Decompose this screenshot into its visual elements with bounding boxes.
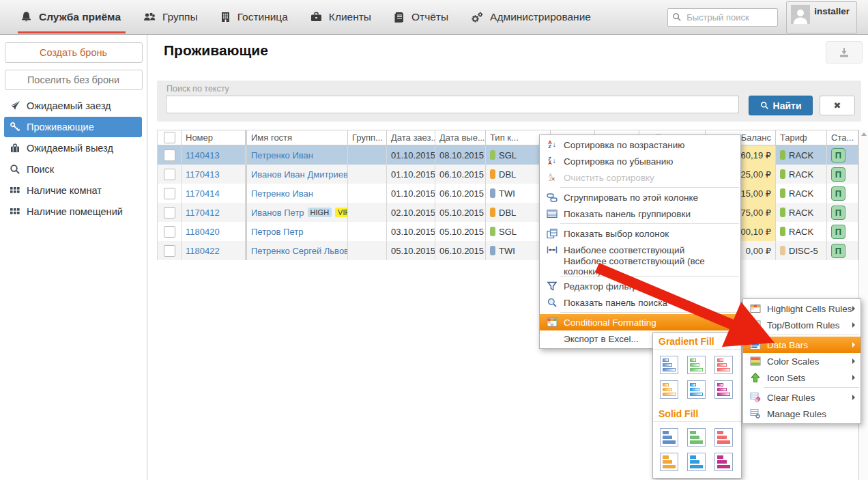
table-row[interactable]: 1170414 Петренко Иван 01.10.2015 06.10.2… xyxy=(157,184,858,203)
submenu-item-data-bars[interactable]: Data Bars xyxy=(743,337,860,353)
tab-hotel[interactable]: Гостиница xyxy=(212,0,302,34)
room-type-label: TWI xyxy=(499,188,515,199)
checkbox[interactable] xyxy=(164,226,175,238)
column-header-arrival-date[interactable]: Дата заез... xyxy=(387,130,435,145)
sidebar-item-premises-availability[interactable]: Наличие помещений xyxy=(4,201,142,222)
guest-name[interactable]: Иванов ПетрHIGHVIP3 xyxy=(246,203,348,222)
scroll-up-icon[interactable] xyxy=(861,132,867,136)
column-header-departure-date[interactable]: Дата вые... xyxy=(435,130,486,145)
tab-groups[interactable]: Группы xyxy=(135,0,212,34)
quick-search-input[interactable] xyxy=(685,12,763,23)
tab-reports[interactable]: Отчёты xyxy=(386,0,463,34)
menu-item-show-column-chooser[interactable]: Показать выбор колонок xyxy=(540,225,740,242)
find-button[interactable]: Найти xyxy=(749,96,813,115)
solid-bar-red-tile[interactable] xyxy=(714,428,733,447)
menu-item-best-fit-all-columns[interactable]: Наиболее соответствующий (все колонки) xyxy=(540,258,740,274)
menu-item-sort-ascending[interactable]: AZ↓ Сортировка по возрастанию xyxy=(540,137,740,153)
booking-number[interactable]: 1180420 xyxy=(182,222,246,241)
tab-front-desk[interactable]: Служба приёма xyxy=(12,0,135,34)
search-icon xyxy=(760,101,769,110)
export-button[interactable] xyxy=(826,41,863,63)
booking-number[interactable]: 1180422 xyxy=(182,241,246,260)
tab-clients[interactable]: Клиенты xyxy=(302,0,386,34)
grid-icon xyxy=(10,185,20,196)
tab-label: Гостиница xyxy=(237,11,288,23)
submenu-item-top-bottom-rules[interactable]: Top/Bottom Rules xyxy=(743,317,860,333)
column-header-group[interactable]: Групп... xyxy=(348,130,387,145)
submenu-item-clear-rules[interactable]: Clear Rules xyxy=(743,389,860,406)
sort-desc-icon: ZA↓ xyxy=(545,157,560,165)
submenu-item-manage-rules[interactable]: Manage Rules xyxy=(743,406,860,422)
text-search-input[interactable] xyxy=(166,96,739,113)
guest-name[interactable]: Петренко Сергей Львович xyxy=(246,241,348,260)
column-header-status[interactable]: Ста... xyxy=(827,130,858,145)
menu-item-show-search-panel[interactable]: Показать панель поиска xyxy=(540,294,740,311)
booking-number[interactable]: 1170413 xyxy=(182,165,246,184)
departure-date: 05.10.2015 xyxy=(435,203,486,222)
menu-item-filter-editor[interactable]: Редактор фильтров... xyxy=(540,278,740,294)
row-checkbox-cell[interactable] xyxy=(157,203,182,222)
room-type-label: TWI xyxy=(499,246,515,256)
checkbox[interactable] xyxy=(164,169,175,180)
user-menu-button[interactable]: installer xyxy=(786,1,857,33)
create-booking-button[interactable]: Создать бронь xyxy=(5,42,143,63)
guest-name[interactable]: Петренко Иван xyxy=(246,184,348,203)
row-checkbox-cell[interactable] xyxy=(157,184,182,203)
checkin-without-booking-button[interactable]: Поселить без брони xyxy=(5,70,143,90)
submenu-item-icon-sets[interactable]: Icon Sets xyxy=(743,369,860,386)
row-checkbox-cell[interactable] xyxy=(157,241,182,260)
solid-bar-green-tile[interactable] xyxy=(687,428,706,447)
row-checkbox-cell[interactable] xyxy=(157,165,182,184)
column-header-number[interactable]: Номер xyxy=(182,130,246,145)
guest-name[interactable]: Иванов Иван Дмитриевна xyxy=(246,165,348,184)
table-row[interactable]: 1170412 Иванов ПетрHIGHVIP3 02.10.2015 0… xyxy=(157,203,858,222)
submenu-item-highlight-cells-rules[interactable]: Highlight Cells Rules xyxy=(743,300,860,317)
menu-item-clear-sorting[interactable]: AZ✕ Очистить сортировку xyxy=(540,169,740,186)
column-header-tariff[interactable]: Тариф xyxy=(776,130,827,145)
checkbox[interactable] xyxy=(164,245,175,257)
quick-search-box[interactable] xyxy=(667,8,778,27)
table-row[interactable]: 1180420 Петров Петр 03.10.2015 05.10.201… xyxy=(157,222,858,241)
guest-name[interactable]: Петров Петр xyxy=(246,222,348,241)
select-all-checkbox-cell[interactable] xyxy=(157,130,182,145)
column-header-guest-name[interactable]: Имя гостя xyxy=(246,130,348,145)
booking-number[interactable]: 1170414 xyxy=(182,184,246,203)
booking-number[interactable]: 1170412 xyxy=(182,203,246,222)
avatar xyxy=(791,5,810,24)
gradient-bar-blue-tile[interactable] xyxy=(660,356,678,374)
gradient-bar-green-tile[interactable] xyxy=(687,356,706,374)
submenu-item-color-scales[interactable]: Color Scales xyxy=(743,353,860,369)
plane-icon xyxy=(10,100,20,111)
gradient-bar-orange-tile[interactable] xyxy=(660,380,678,399)
suitcase-icon xyxy=(10,143,20,154)
row-checkbox-cell[interactable] xyxy=(157,222,182,241)
menu-item-sort-descending[interactable]: ZA↓ Сортировка по убыванию xyxy=(540,153,740,169)
table-row[interactable]: 1170413 Иванов Иван Дмитриевна 01.10.201… xyxy=(157,165,858,184)
sidebar-item-room-availability[interactable]: Наличие комнат xyxy=(4,180,142,201)
sidebar-item-guests-in-house[interactable]: Проживающие xyxy=(4,117,142,137)
solid-bar-magenta-tile[interactable] xyxy=(714,453,733,471)
sidebar-item-expected-departure[interactable]: Ожидаемый выезд xyxy=(4,138,142,158)
sidebar-item-expected-arrival[interactable]: Ожидаемый заезд xyxy=(4,96,142,116)
table-row[interactable]: 1140413 Петренко Иван 01.10.2015 08.10.2… xyxy=(157,145,858,165)
booking-number[interactable]: 1140413 xyxy=(182,145,246,165)
solid-bar-blue2-tile[interactable] xyxy=(687,453,706,471)
gradient-bar-red-tile[interactable] xyxy=(714,356,733,374)
sidebar-item-search[interactable]: Поиск xyxy=(4,159,142,180)
solid-bar-orange-tile[interactable] xyxy=(660,453,678,471)
guest-name[interactable]: Петренко Иван xyxy=(246,145,348,165)
checkbox[interactable] xyxy=(164,132,175,143)
gradient-bar-magenta-tile[interactable] xyxy=(714,380,733,399)
menu-item-show-group-panel[interactable]: Показать панель группировки xyxy=(540,206,740,222)
row-checkbox-cell[interactable] xyxy=(157,145,182,165)
tab-administration[interactable]: Администрирование xyxy=(463,0,605,34)
checkbox[interactable] xyxy=(164,150,175,161)
clear-search-button[interactable]: ✖ xyxy=(820,96,855,115)
checkbox[interactable] xyxy=(164,207,175,218)
checkbox[interactable] xyxy=(164,188,175,199)
solid-bar-blue-tile[interactable] xyxy=(660,428,678,447)
menu-item-conditional-formatting[interactable]: Conditional Formatting xyxy=(540,314,740,330)
gradient-bar-lightblue-tile[interactable] xyxy=(687,380,706,399)
menu-item-group-by-column[interactable]: Сгруппировать по этой колонке xyxy=(540,189,740,206)
table-row[interactable]: 1180422 Петренко Сергей Львович 05.10.20… xyxy=(157,241,858,260)
